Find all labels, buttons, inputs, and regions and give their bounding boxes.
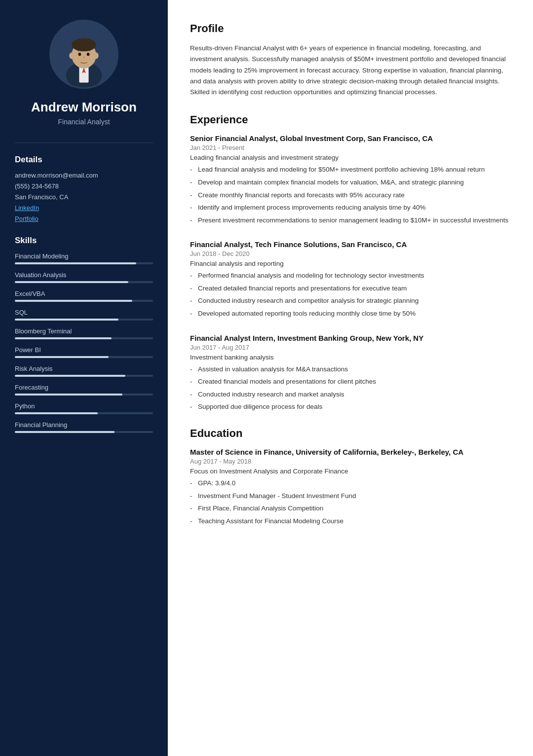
skill-bar-bg	[15, 412, 153, 414]
skills-label: Skills	[15, 236, 153, 246]
sidebar: Andrew Morrison Financial Analyst Detail…	[0, 0, 168, 756]
skill-name: Risk Analysis	[15, 365, 153, 372]
skill-bar-fill	[15, 319, 118, 321]
job-summary: Investment banking analysis	[190, 354, 511, 361]
svg-point-7	[69, 52, 74, 59]
profile-section: Profile Results-driven Financial Analyst…	[190, 22, 511, 98]
bullet-item: Identify and implement process improveme…	[190, 202, 511, 213]
bullet-item: Created financial models and presentatio…	[190, 376, 511, 387]
edu-bullet-item: GPA: 3.9/4.0	[190, 478, 511, 489]
skill-bar-fill	[15, 262, 136, 264]
skill-bar-bg	[15, 337, 153, 339]
job-entry: Senior Financial Analyst, Global Investm…	[190, 134, 511, 225]
details-section: Details andrew.morrison@email.com (555) …	[15, 155, 153, 226]
location: San Francisco, CA	[15, 193, 153, 201]
portfolio-link[interactable]: Portfolio	[15, 215, 153, 222]
job-dates: Jun 2017 - Aug 2017	[190, 344, 511, 351]
skill-item: Valuation Analysis	[15, 271, 153, 283]
skill-bar-fill	[15, 281, 128, 283]
bullet-item: Supported due diligence process for deal…	[190, 401, 511, 412]
svg-point-6	[72, 38, 96, 51]
skill-item: Financial Modeling	[15, 252, 153, 264]
bullet-item: Present investment recommendations to se…	[190, 215, 511, 226]
bullet-item: Conducted industry research and competit…	[190, 295, 511, 306]
experience-section: Experience Senior Financial Analyst, Glo…	[190, 113, 511, 412]
svg-point-10	[87, 53, 90, 56]
main-content: Profile Results-driven Financial Analyst…	[168, 0, 533, 756]
job-title: Senior Financial Analyst, Global Investm…	[190, 134, 511, 143]
skill-item: Risk Analysis	[15, 365, 153, 377]
email: andrew.morrison@email.com	[15, 172, 153, 179]
bullet-item: Lead financial analysis and modeling for…	[190, 164, 511, 175]
details-label: Details	[15, 155, 153, 165]
skill-bar-bg	[15, 356, 153, 358]
bullet-item: Developed automated reporting tools redu…	[190, 308, 511, 319]
job-entry: Financial Analyst, Tech Finance Solution…	[190, 240, 511, 319]
skill-bar-fill	[15, 300, 132, 302]
edu-focus: Focus on Investment Analysis and Corpora…	[190, 468, 511, 475]
job-summary: Financial analysis and reporting	[190, 260, 511, 267]
edu-entry: Master of Science in Finance, University…	[190, 448, 511, 526]
skill-bar-fill	[15, 394, 122, 396]
skill-bar-bg	[15, 394, 153, 396]
skill-name: SQL	[15, 309, 153, 316]
skill-item: Financial Planning	[15, 421, 153, 433]
bullet-item: Assisted in valuation analysis for M&A t…	[190, 364, 511, 375]
experience-title: Experience	[190, 113, 511, 126]
job-title: Financial Analyst, Tech Finance Solution…	[190, 240, 511, 249]
bullet-item: Create monthly financial reports and for…	[190, 190, 511, 201]
skill-item: Bloomberg Terminal	[15, 327, 153, 339]
skill-bar-bg	[15, 262, 153, 264]
job-summary: Leading financial analysis and investmen…	[190, 154, 511, 161]
edu-bullet-item: First Place, Financial Analysis Competit…	[190, 503, 511, 514]
edu-dates: Aug 2017 - May 2018	[190, 458, 511, 465]
skill-name: Valuation Analysis	[15, 271, 153, 279]
edu-bullets: GPA: 3.9/4.0Investment Fund Manager - St…	[190, 478, 511, 526]
phone: (555) 234-5678	[15, 182, 153, 190]
edu-degree: Master of Science in Finance, University…	[190, 448, 511, 456]
skill-bar-bg	[15, 300, 153, 302]
education-section: Education Master of Science in Finance, …	[190, 427, 511, 526]
sidebar-divider	[15, 143, 153, 143]
profile-title: Profile	[190, 22, 511, 35]
skill-name: Python	[15, 402, 153, 410]
bullet-item: Performed financial analysis and modelin…	[190, 270, 511, 281]
bullet-item: Develop and maintain complex financial m…	[190, 177, 511, 188]
skill-name: Financial Planning	[15, 421, 153, 429]
candidate-name: Andrew Morrison	[31, 100, 137, 115]
edu-bullet-item: Investment Fund Manager - Student Invest…	[190, 491, 511, 502]
candidate-title: Financial Analyst	[58, 118, 110, 126]
job-dates: Jun 2018 - Dec 2020	[190, 250, 511, 257]
svg-point-8	[94, 52, 99, 59]
skill-item: Forecasting	[15, 384, 153, 396]
skill-bar-fill	[15, 412, 98, 414]
skill-bar-bg	[15, 281, 153, 283]
linkedin-link[interactable]: LinkedIn	[15, 204, 153, 212]
skill-name: Forecasting	[15, 384, 153, 391]
bullet-item: Created detailed financial reports and p…	[190, 283, 511, 294]
skill-bar-fill	[15, 337, 112, 339]
skill-item: Power BI	[15, 346, 153, 358]
skill-bar-fill	[15, 431, 114, 433]
job-bullets: Performed financial analysis and modelin…	[190, 270, 511, 319]
skill-item: SQL	[15, 309, 153, 321]
skill-bar-bg	[15, 319, 153, 321]
skills-section: Skills Financial Modeling Valuation Anal…	[15, 236, 153, 440]
education-title: Education	[190, 427, 511, 440]
skill-item: Python	[15, 402, 153, 414]
skill-bar-bg	[15, 375, 153, 377]
skill-name: Bloomberg Terminal	[15, 327, 153, 335]
skill-name: Power BI	[15, 346, 153, 354]
job-bullets: Lead financial analysis and modeling for…	[190, 164, 511, 225]
job-title: Financial Analyst Intern, Investment Ban…	[190, 334, 511, 342]
job-dates: Jan 2021 - Present	[190, 144, 511, 151]
bullet-item: Conducted industry research and market a…	[190, 389, 511, 400]
svg-point-9	[78, 53, 81, 56]
skill-bar-fill	[15, 356, 109, 358]
job-bullets: Assisted in valuation analysis for M&A t…	[190, 364, 511, 412]
skill-item: Excel/VBA	[15, 290, 153, 302]
job-entry: Financial Analyst Intern, Investment Ban…	[190, 334, 511, 412]
edu-bullet-item: Teaching Assistant for Financial Modelin…	[190, 516, 511, 527]
skill-bar-fill	[15, 375, 125, 377]
skill-name: Financial Modeling	[15, 252, 153, 260]
